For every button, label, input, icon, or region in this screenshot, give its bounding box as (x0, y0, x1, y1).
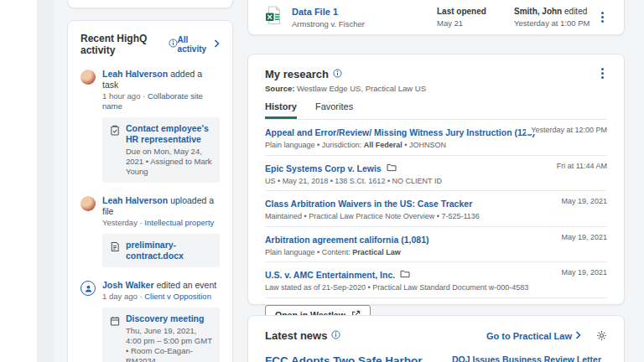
activity-item: Leah Halverson added a task 1 hour ago ·… (80, 69, 220, 183)
cutoff-card-top-left (67, 0, 233, 8)
research-history-row: Class Arbitration Waivers in the US: Cas… (265, 190, 607, 226)
research-doc-time: Yesterday at 12:00 PM (526, 126, 607, 134)
actor-name-link[interactable]: Leah Halverson (102, 195, 168, 205)
avatar (80, 70, 96, 85)
file-kebab-menu[interactable] (598, 10, 607, 24)
research-kebab-menu[interactable] (598, 66, 607, 80)
edited-by: Smith, John edited (514, 7, 598, 17)
research-tabs: HistoryFavorites (265, 101, 607, 119)
detail-title-link[interactable]: Contact employee's HR representative (126, 123, 212, 145)
activity-summary: Leah Halverson added a task (102, 69, 220, 90)
file-name-link[interactable]: Data File 1 (292, 7, 365, 18)
chevron-right-icon (575, 331, 581, 341)
last-opened-label: Last opened (437, 7, 514, 17)
activity-panel-title: Recent HighQ activity (80, 33, 164, 56)
left-edge-panel (0, 0, 37, 362)
research-panel-title: My research (265, 68, 329, 80)
file-matter: Armstrong v. Fischer (292, 19, 365, 28)
news-panel-title: Latest news (265, 329, 327, 342)
info-icon[interactable] (169, 39, 178, 50)
research-doc-meta: Law stated as of 21-Sep-2020 • Practical… (265, 283, 607, 292)
activity-detail-card[interactable]: preliminary-contract.docx (102, 234, 220, 267)
research-doc-time: May 19, 2021 (556, 268, 607, 277)
research-doc-link[interactable]: U.S. v. AMC Entertainment, Inc. (265, 270, 410, 281)
research-doc-meta: Plain language • Content: Practical Law (265, 248, 607, 257)
panel-title: Recent HighQ activity (80, 33, 178, 56)
avatar (80, 196, 96, 211)
research-doc-link[interactable]: Arbitration agreement california (1,081) (265, 235, 428, 246)
research-history-row: U.S. v. AMC Entertainment, Inc. Law stat… (265, 261, 607, 297)
research-doc-meta: Maintained • Practical Law Practice Note… (265, 212, 607, 221)
detail-title-link[interactable]: preliminary-contract.docx (126, 240, 212, 261)
go-to-practical-law-link[interactable]: Go to Practical Law (486, 331, 581, 341)
folder-icon (400, 270, 410, 281)
research-history-list: Appeal and Error/Review/ Missing Witness… (265, 119, 607, 297)
research-doc-meta: US • May 21, 2018 • 138 S.Ct. 1612 • NO … (265, 177, 607, 186)
panel-title: Latest news (265, 329, 340, 342)
detail-title-link[interactable]: Discovery meeting (126, 313, 212, 324)
activity-meta: Yesterday · Intellectual property (102, 218, 220, 228)
latest-news-panel: Latest news Go to Practical Law FCC Adop… (247, 315, 625, 362)
chevron-right-icon (214, 39, 220, 49)
detail-meta: Thu, June 19, 2021, 4:00 pm – 5:00 pm GM… (126, 326, 212, 362)
research-doc-time: May 19, 2021 (556, 233, 607, 241)
research-doc-link[interactable]: Appeal and Error/Review/ Missing Witness… (265, 127, 535, 138)
activity-detail-card[interactable]: Contact employee's HR representative Due… (102, 117, 220, 183)
calendar-icon (110, 314, 120, 329)
activity-summary: Leah Halverson uploaded a file (102, 195, 220, 217)
all-activity-link[interactable]: All activity (178, 35, 220, 54)
excel-file-icon (265, 6, 282, 28)
activity-summary: Josh Walker edited an event (102, 280, 216, 291)
news-headline-secondary[interactable]: DOJ Issues Business Review Letter in Sup… (452, 354, 607, 362)
legal-dashboard: Recent HighQ activity All activity Leah … (0, 0, 644, 362)
last-opened-value: May 21 (437, 18, 514, 28)
info-icon[interactable] (331, 329, 340, 342)
activity-meta: 1 hour ago · Collaborate site name (102, 91, 220, 111)
tab-history[interactable]: History (265, 101, 297, 119)
research-doc-time: Fri at 11:44 AM (552, 162, 607, 170)
research-history-row: Epic Systems Corp v. Lewis US • May 21, … (265, 155, 607, 191)
research-history-row: Appeal and Error/Review/ Missing Witness… (265, 119, 607, 155)
file-row: Data File 1 Armstrong v. Fischer Last op… (248, 0, 624, 34)
research-history-row: Arbitration agreement california (1,081)… (265, 226, 607, 262)
activity-item: Josh Walker edited an event 1 day ago · … (80, 280, 220, 362)
column-gutter (37, 0, 54, 362)
site-context-link[interactable]: Client v Opposition (144, 292, 211, 301)
activity-item: Leah Halverson uploaded a file Yesterday… (80, 195, 220, 267)
panel-title: My research (265, 68, 342, 80)
actor-name-link[interactable]: Leah Halverson (102, 69, 168, 79)
activity-meta: 1 day ago · Client v Opposition (102, 292, 216, 302)
recent-files-panel: Data File 1 Armstrong v. Fischer Last op… (247, 0, 625, 35)
recent-activity-panel: Recent HighQ activity All activity Leah … (67, 20, 233, 362)
research-doc-meta: Plain language • Jurisdiction: All Feder… (265, 141, 607, 150)
news-headline-primary[interactable]: FCC Adopts Two Safe Harbor (265, 354, 428, 362)
gear-icon[interactable] (596, 330, 607, 341)
task-icon (110, 124, 120, 139)
generic-avatar-icon (80, 281, 96, 296)
research-doc-time: May 19, 2021 (556, 197, 607, 205)
activity-list: Leah Halverson added a task 1 hour ago ·… (80, 69, 220, 362)
folder-icon (387, 163, 397, 174)
research-doc-link[interactable]: Class Arbitration Waivers in the US: Cas… (265, 199, 472, 209)
site-context-link[interactable]: Intellectual property (144, 218, 214, 227)
research-source: Source: Westlaw Edge US, Practical Law U… (265, 84, 426, 93)
research-doc-link[interactable]: Epic Systems Corp v. Lewis (265, 163, 397, 174)
tab-favorites[interactable]: Favorites (315, 101, 353, 119)
detail-meta: Due on Mon, May 24, 2021 • Assigned to M… (126, 147, 212, 177)
edited-time: Yesterday at 1:00 PM (514, 18, 598, 28)
my-research-panel: My research Source: Westlaw Edge US, Pra… (247, 54, 625, 305)
activity-detail-card[interactable]: Discovery meeting Thu, June 19, 2021, 4:… (102, 308, 220, 362)
document-icon (110, 240, 120, 256)
info-icon[interactable] (333, 68, 342, 80)
actor-name-link[interactable]: Josh Walker (102, 280, 153, 290)
